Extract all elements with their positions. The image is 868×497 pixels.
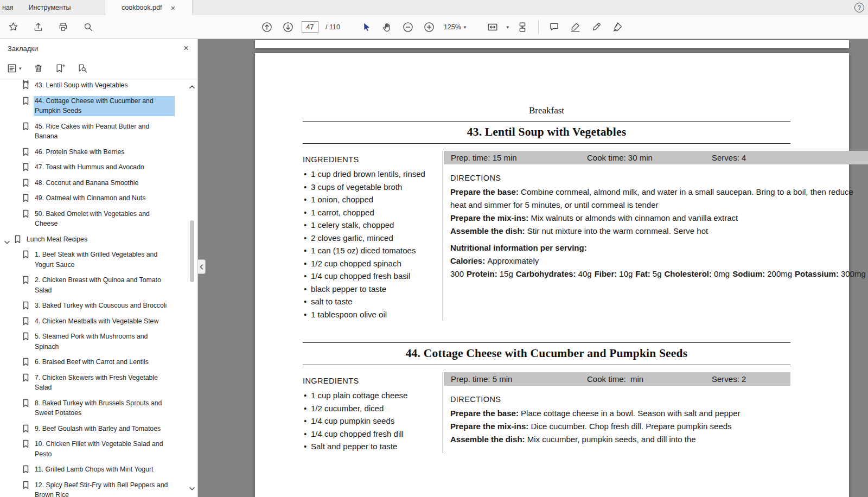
scroll-up-icon[interactable] bbox=[189, 81, 195, 91]
close-icon[interactable]: × bbox=[183, 43, 189, 54]
bookmark-item[interactable]: 48. Coconut and Banana Smoothie bbox=[0, 175, 188, 191]
chevron-down-icon: ▾ bbox=[19, 66, 22, 71]
serves: Serves: 2 bbox=[712, 374, 790, 384]
bookmark-options-icon[interactable]: ▾ bbox=[7, 63, 22, 73]
ingredient-item: 1/4 cup chopped fresh dill bbox=[303, 428, 438, 441]
scrollbar-thumb[interactable] bbox=[190, 220, 194, 282]
bookmark-icon bbox=[22, 373, 29, 384]
close-icon[interactable]: × bbox=[170, 4, 175, 12]
ingredients-header: INGREDIENTS bbox=[303, 155, 443, 164]
ingredients-list: 1 cup dried brown lentils, rinsed3 cups … bbox=[303, 168, 438, 321]
tab-home[interactable]: ная bbox=[0, 0, 21, 15]
prep-time: Prep. time: 15 min bbox=[444, 153, 587, 162]
recipe-body: INGREDIENTS 1 cup dried brown lentils, r… bbox=[303, 151, 790, 321]
bookmark-item[interactable]: 45. Rice Cakes with Peanut Butter and Ba… bbox=[0, 119, 188, 144]
bookmark-item[interactable]: 10. Chicken Fillet with Vegetable Salad … bbox=[0, 436, 188, 462]
ingredient-item: 1/2 cucumber, diced bbox=[303, 402, 438, 415]
bookmark-label: 47. Toast with Hummus and Avocado bbox=[34, 162, 175, 173]
divider bbox=[303, 342, 790, 343]
previous-page-icon[interactable] bbox=[259, 20, 275, 35]
cook-time: Cook time: 30 min bbox=[587, 153, 712, 162]
bookmark-item[interactable]: 2. Chicken Breast with Quinoa and Tomato… bbox=[0, 272, 188, 298]
page-number-input[interactable] bbox=[302, 21, 318, 33]
bookmark-item[interactable]: 43. Lentil Soup with Vegetables bbox=[0, 80, 188, 93]
ingredient-item: 1/2 cup chopped spinach bbox=[303, 257, 438, 270]
tab-document[interactable]: cookbook.pdf × bbox=[105, 0, 193, 15]
bookmark-icon bbox=[22, 399, 29, 410]
select-tool-icon[interactable] bbox=[358, 20, 373, 35]
bookmark-item[interactable]: 3. Baked Turkey with Couscous and Brocco… bbox=[0, 298, 188, 314]
comment-icon[interactable] bbox=[547, 20, 562, 35]
bookmark-icon bbox=[22, 481, 29, 492]
bookmark-item[interactable]: 1. Beef Steak with Grilled Vegetables an… bbox=[0, 247, 188, 272]
ingredient-item: 1 carrot, chopped bbox=[303, 206, 438, 219]
hand-tool-icon[interactable] bbox=[379, 20, 394, 35]
bookmark-item[interactable]: 4. Chicken Meatballs with Vegetable Stew bbox=[0, 314, 188, 329]
bookmark-icon bbox=[22, 250, 29, 261]
bookmark-item[interactable]: 5. Steamed Pork with Mushrooms and Spina… bbox=[0, 329, 188, 354]
divider bbox=[303, 121, 790, 122]
fit-width-icon[interactable] bbox=[485, 20, 500, 35]
bookmark-item[interactable]: 6. Braised Beef with Carrot and Lentils bbox=[0, 354, 188, 370]
zoom-out-icon[interactable] bbox=[400, 20, 416, 35]
tab-tools[interactable]: Инструменты bbox=[21, 0, 79, 15]
bookmarks-toolbar: ▾ bbox=[0, 58, 197, 79]
cook-time: Cook time: min bbox=[587, 374, 712, 384]
bookmark-item[interactable]: Lunch Meat Recipes bbox=[0, 232, 188, 247]
nutrition-item: Cholesterol:0mg bbox=[665, 269, 730, 278]
upload-share-icon[interactable] bbox=[30, 20, 46, 35]
bookmark-item[interactable]: 46. Protein Shake with Berries bbox=[0, 144, 188, 160]
ingredient-item: 1/4 cup chopped fresh basil bbox=[303, 270, 438, 283]
zoom-in-icon[interactable] bbox=[422, 20, 437, 35]
toolbar-center-group: / 110 125% ▾ ▾ bbox=[259, 15, 626, 39]
next-page-icon[interactable] bbox=[280, 20, 296, 35]
search-icon[interactable] bbox=[80, 20, 95, 35]
toolbar-divider bbox=[538, 20, 539, 34]
bookmark-item[interactable]: 9. Beef Goulash with Barley and Tomatoes bbox=[0, 421, 188, 437]
bookmark-label: 45. Rice Cakes with Peanut Butter and Ba… bbox=[34, 122, 175, 142]
help-icon[interactable]: ? bbox=[854, 3, 864, 12]
bookmark-item[interactable]: 47. Toast with Hummus and Avocado bbox=[0, 160, 188, 175]
bookmark-label: 6. Braised Beef with Carrot and Lentils bbox=[34, 357, 175, 367]
directions-steps: Prepare the base: Place cottage cheese i… bbox=[450, 407, 790, 446]
recipe-meta-bar: Prep. time: 15 min Cook time: 30 min Ser… bbox=[444, 151, 868, 164]
bookmark-label: 2. Chicken Breast with Quinoa and Tomato… bbox=[34, 275, 175, 295]
scroll-mode-icon[interactable] bbox=[515, 20, 530, 35]
ingredients-column: INGREDIENTS 1 cup dried brown lentils, r… bbox=[303, 151, 443, 321]
highlight-icon[interactable] bbox=[568, 20, 583, 35]
chevron-down-icon[interactable] bbox=[4, 237, 10, 247]
collapse-panel-handle[interactable] bbox=[198, 259, 206, 274]
bookmark-item[interactable]: 7. Chicken Skewers with Fresh Vegetable … bbox=[0, 370, 188, 396]
divider bbox=[303, 365, 790, 365]
bookmark-item[interactable]: 50. Baked Omelet with Vegetables and Che… bbox=[0, 206, 188, 232]
bookmarks-list: 43. Lentil Soup with Vegetables 44. Cott… bbox=[0, 80, 188, 497]
sidebar-scrollbar[interactable] bbox=[188, 80, 196, 494]
recipe-title: 43. Lentil Soup with Vegetables bbox=[303, 125, 790, 139]
scroll-down-icon[interactable] bbox=[189, 483, 195, 493]
favorites-star-icon[interactable] bbox=[5, 20, 21, 35]
nutrition-item: Protein:15g bbox=[467, 269, 513, 278]
bookmark-item[interactable]: 44. Cottage Cheese with Cucumber and Pum… bbox=[0, 93, 188, 119]
directions-header: DIRECTIONS bbox=[450, 171, 868, 184]
bookmark-item[interactable]: 49. Oatmeal with Cinnamon and Nuts bbox=[0, 190, 188, 206]
directions-steps: Prepare the base: Combine cornmeal, almo… bbox=[450, 186, 868, 238]
chevron-down-icon[interactable]: ▾ bbox=[506, 24, 509, 30]
find-bookmark-icon[interactable] bbox=[77, 63, 88, 74]
sign-pen-icon[interactable] bbox=[589, 20, 604, 35]
add-bookmark-icon[interactable] bbox=[55, 63, 66, 74]
chevron-down-icon: ▾ bbox=[464, 24, 467, 30]
bookmark-item[interactable]: 12. Spicy Beef Stir-Fry with Bell Pepper… bbox=[0, 477, 188, 497]
recipe-title: 44. Cottage Cheese with Cucumber and Pum… bbox=[303, 347, 790, 360]
bookmark-item[interactable]: 11. Grilled Lamb Chops with Mint Yogurt bbox=[0, 462, 188, 477]
nutrition-item: Potassium:300mg bbox=[795, 269, 866, 278]
trash-icon[interactable] bbox=[33, 63, 43, 73]
bookmark-label: 1. Beef Steak with Grilled Vegetables an… bbox=[34, 250, 175, 270]
bookmark-item[interactable]: 8. Baked Turkey with Brussels Sprouts an… bbox=[0, 396, 188, 421]
bookmark-icon bbox=[22, 465, 29, 476]
bookmark-label: 8. Baked Turkey with Brussels Sprouts an… bbox=[34, 398, 175, 418]
print-icon[interactable] bbox=[55, 20, 71, 35]
bookmark-icon bbox=[22, 276, 29, 286]
fill-sign-icon[interactable] bbox=[610, 20, 626, 35]
bookmark-label: 3. Baked Turkey with Couscous and Brocco… bbox=[34, 301, 175, 311]
zoom-level-dropdown[interactable]: 125% ▾ bbox=[443, 23, 468, 31]
